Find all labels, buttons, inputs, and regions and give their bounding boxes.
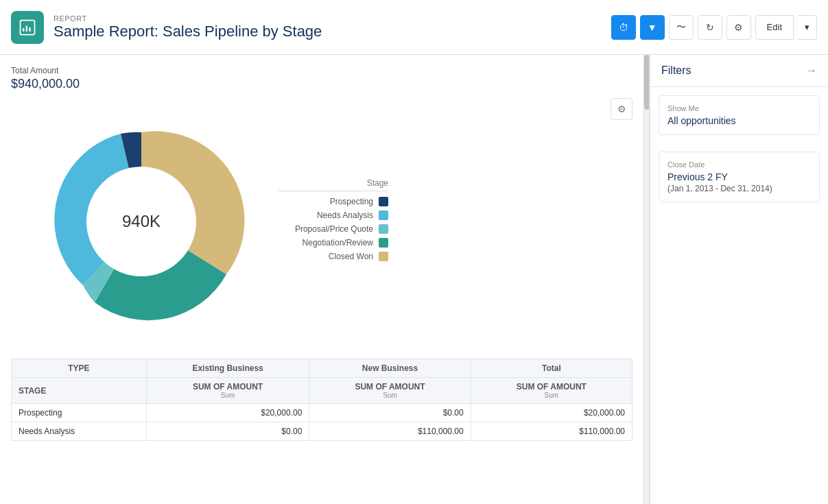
app-header: REPORT Sample Report: Sales Pipeline by …	[0, 0, 828, 55]
clock-button[interactable]: ⏱	[611, 15, 636, 40]
edit-dropdown-button[interactable]: ▾	[798, 15, 817, 40]
stage-cell-prospecting: Prospecting	[12, 404, 147, 422]
header-text: REPORT Sample Report: Sales Pipeline by …	[54, 14, 611, 40]
new-business-header: New Business	[309, 359, 471, 378]
filters-header: Filters →	[650, 55, 828, 87]
existing-sub-header: SUM OF AMOUNT Sum	[146, 378, 309, 404]
legend-item-needs-analysis: Needs Analysis	[279, 211, 388, 220]
existing-cell-prospecting: $20,000.00	[146, 404, 309, 422]
stage-header: STAGE	[12, 378, 147, 404]
total-amount: $940,000.00	[11, 77, 632, 91]
filters-title: Filters	[661, 64, 691, 77]
refresh-button[interactable]: ↻	[698, 15, 722, 40]
legend-label-negotiation: Negotiation/Review	[303, 238, 373, 248]
filter-close-date-value[interactable]: Previous 2 FY	[667, 171, 811, 182]
legend-swatch-closed-won	[379, 252, 388, 261]
report-content: Total Amount $940,000.00 ⚙	[0, 55, 643, 504]
existing-business-header: Existing Business	[146, 359, 309, 378]
donut-chart: 940K	[32, 112, 251, 331]
filter-show-me-value[interactable]: All opportunities	[667, 115, 811, 126]
donut-center-label: 940K	[122, 212, 161, 231]
legend-swatch-prospecting	[379, 197, 388, 206]
legend-swatch-needs-analysis	[379, 211, 388, 220]
legend-item-closed-won: Closed Won	[279, 252, 388, 261]
filter-close-date-sub: (Jan 1, 2013 - Dec 31, 2014)	[667, 184, 811, 193]
report-icon	[11, 11, 44, 44]
table-row: Needs Analysis $0.00 $110,000.00 $110,00…	[12, 422, 632, 441]
new-sub-header: SUM OF AMOUNT Sum	[309, 378, 471, 404]
filters-collapse-button[interactable]: →	[806, 64, 817, 77]
scrollbar-track[interactable]	[643, 55, 649, 504]
legend-swatch-proposal	[379, 224, 388, 234]
filter-close-date-label: Close Date	[667, 160, 811, 169]
header-actions: ⏱ ▼ 〜 ↻ ⚙ Edit ▾	[611, 15, 817, 40]
main-content: Total Amount $940,000.00 ⚙	[0, 55, 828, 504]
stage-cell-needs-analysis: Needs Analysis	[12, 422, 147, 441]
legend-label-needs-analysis: Needs Analysis	[317, 211, 373, 220]
filter-button[interactable]: ▼	[640, 15, 665, 40]
legend-title: Stage	[279, 178, 388, 191]
report-area: Total Amount $940,000.00 ⚙	[0, 55, 650, 504]
legend-item-prospecting: Prospecting	[279, 197, 388, 206]
total-section: Total Amount $940,000.00	[11, 66, 632, 91]
total-label: Total Amount	[11, 66, 632, 75]
settings-button[interactable]: ⚙	[726, 15, 751, 40]
legend-label-closed-won: Closed Won	[329, 252, 373, 261]
filter-card-close-date: Close Date Previous 2 FY (Jan 1, 2013 - …	[659, 152, 820, 202]
total-cell-prospecting: $20,000.00	[471, 404, 632, 422]
legend-label-prospecting: Prospecting	[330, 197, 373, 206]
type-header: TYPE	[12, 359, 147, 378]
filter-card-show-me: Show Me All opportunities	[659, 95, 820, 135]
filters-sidebar: Filters → Show Me All opportunities Clos…	[650, 55, 828, 504]
existing-cell-needs-analysis: $0.00	[146, 422, 309, 441]
legend-item-negotiation: Negotiation/Review	[279, 238, 388, 248]
table-row: Prospecting $20,000.00 $0.00 $20,000.00	[12, 404, 632, 422]
total-header: Total	[471, 359, 632, 378]
legend-swatch-negotiation	[379, 238, 388, 248]
activity-button[interactable]: 〜	[669, 15, 694, 40]
new-cell-prospecting: $0.00	[309, 404, 471, 422]
filter-show-me-label: Show Me	[667, 104, 811, 112]
chart-settings-button[interactable]: ⚙	[611, 98, 632, 120]
data-table: TYPE Existing Business New Business Tota…	[11, 359, 632, 441]
legend-label-proposal: Proposal/Price Quote	[295, 224, 373, 234]
total-cell-needs-analysis: $110,000.00	[471, 422, 632, 441]
chart-container: ⚙	[11, 98, 632, 345]
chart-inner: 940K Stage Prospecting Needs Analysis	[11, 98, 632, 345]
new-cell-needs-analysis: $110,000.00	[309, 422, 471, 441]
total-sub-header: SUM OF AMOUNT Sum	[471, 378, 632, 404]
legend-item-proposal: Proposal/Price Quote	[279, 224, 388, 234]
chart-legend: Stage Prospecting Needs Analysis Proposa…	[279, 178, 388, 265]
report-svg-icon	[18, 18, 37, 37]
edit-button[interactable]: Edit	[755, 15, 794, 40]
page-title: Sample Report: Sales Pipeline by Stage	[54, 23, 611, 40]
report-label: REPORT	[54, 14, 611, 23]
scrollbar-thumb[interactable]	[644, 55, 650, 110]
